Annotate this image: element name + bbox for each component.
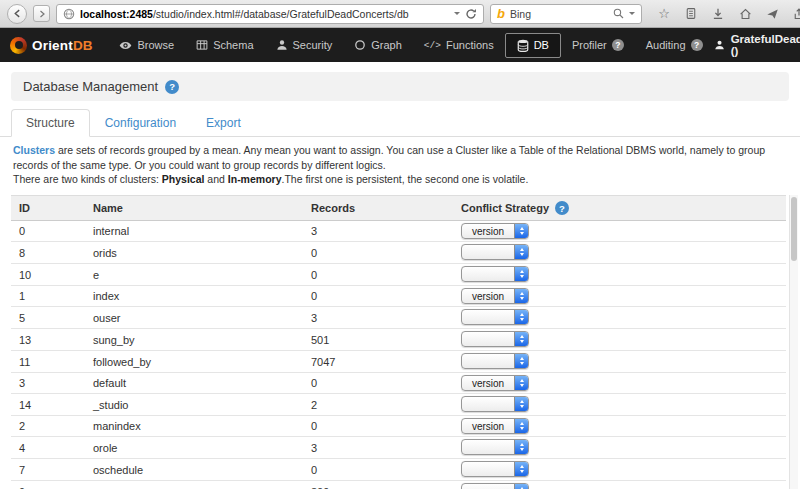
cluster-name: manindex [85,416,303,437]
reload-icon[interactable] [465,8,477,20]
kinds-suffix: .The first one is persistent, the second… [281,173,528,185]
orientdb-brand[interactable]: OrientDB [10,36,92,54]
cluster-row: 8orids0 [11,242,786,264]
nav-label: Functions [446,39,494,51]
nav-security[interactable]: Security [265,33,344,57]
conflict-strategy-select[interactable] [461,309,529,325]
url-domain: localhost:2485 [80,8,153,20]
conflict-strategy-value [462,267,514,281]
cluster-row: 4orole3 [11,437,786,459]
cluster-name: oschedule [85,459,303,481]
conflict-strategy-select[interactable] [461,396,529,412]
cluster-name: ouser [85,307,303,329]
select-stepper-icon [514,440,528,454]
header-conflict-strategy: Conflict Strategy? [453,196,786,221]
conflict-strategy-select[interactable] [461,244,529,260]
conflict-strategy-select[interactable]: version [461,223,529,239]
cluster-id: 3 [11,373,85,394]
cluster-name: sung_by [85,329,303,351]
nav-graph[interactable]: Graph [343,33,413,57]
cluster-row: 7oschedule0 [11,459,786,481]
share-icon[interactable] [791,6,800,22]
user-menu[interactable]: GratefulDeadConcerts () [714,33,800,57]
nav-db[interactable]: DB [505,33,561,58]
nav-auditing[interactable]: Auditing ? [635,33,714,57]
home-icon[interactable] [737,6,753,22]
kind-inmemory: In-memory [228,173,282,185]
conflict-strategy-select[interactable] [461,483,529,489]
tab-export[interactable]: Export [191,109,256,137]
clusters-paragraph: Clusters are sets of records grouped by … [13,143,787,172]
clusters-link[interactable]: Clusters [13,144,55,156]
forward-button[interactable] [33,5,50,22]
url-path: /studio/index.html#/database/GratefulDea… [153,8,409,20]
site-identity-icon[interactable] [63,8,75,20]
cluster-records: 3 [303,307,453,329]
cluster-strategy-cell [453,437,786,459]
help-icon[interactable]: ? [612,39,624,51]
search-engine-dropdown-icon[interactable] [629,12,635,15]
conflict-strategy-select[interactable] [461,439,529,455]
nav-label: DB [534,39,549,51]
urlbar-dropdown-icon[interactable] [454,12,460,15]
conflict-strategy-help-icon[interactable]: ? [555,201,569,215]
cluster-row: 3default0version [11,373,786,394]
tab-configuration[interactable]: Configuration [90,109,191,137]
cluster-name: followed_by [85,351,303,373]
kinds-prefix: There are two kinds of clusters: [13,173,162,185]
page-help-icon[interactable]: ? [165,80,179,94]
downloads-icon[interactable] [710,6,726,22]
clusters-table-body: 0internal3version8orids010e01index0versi… [11,221,786,489]
url-bar[interactable]: localhost:2485/studio/index.html#/databa… [56,4,484,24]
bookmark-star-icon[interactable]: ☆ [656,6,672,22]
cluster-row: 14_studio2 [11,394,786,416]
cluster-strategy-cell [453,264,786,286]
help-icon[interactable]: ? [691,39,703,51]
nav-label: Graph [371,39,402,51]
nav-functions[interactable]: </> Functions [413,33,505,57]
cluster-row: 13sung_by501 [11,329,786,351]
select-stepper-icon [514,332,528,346]
nav-label: Schema [213,39,253,51]
cluster-row: 1index0version [11,286,786,307]
cluster-row: 0internal3version [11,221,786,242]
tab-structure[interactable]: Structure [11,109,90,137]
select-stepper-icon [514,419,528,433]
reading-list-icon[interactable] [683,6,699,22]
brand-orient: Orient [32,38,73,53]
table-icon [196,39,208,51]
scrollbar[interactable] [789,195,798,489]
conflict-strategy-select[interactable]: version [461,288,529,304]
cluster-id: 10 [11,264,85,286]
search-bar[interactable]: b Bing [490,4,642,24]
back-button[interactable] [7,4,27,24]
conflict-strategy-select[interactable] [461,266,529,282]
search-engine-label: Bing [510,8,531,20]
scrollbar-thumb[interactable] [791,197,797,261]
conflict-strategy-value: version [462,289,514,303]
search-icon[interactable] [613,8,624,19]
orientdb-logo-icon [10,37,27,54]
cluster-name: internal [85,221,303,242]
cluster-id: 7 [11,459,85,481]
conflict-strategy-select[interactable]: version [461,418,529,434]
cluster-strategy-cell: version [453,286,786,307]
kind-physical: Physical [162,173,205,185]
conflict-strategy-select[interactable] [461,461,529,477]
conflict-strategy-select[interactable] [461,353,529,369]
conflict-strategy-select[interactable]: version [461,375,529,391]
cluster-name: default [85,373,303,394]
cluster-kinds-paragraph: There are two kinds of clusters: Physica… [13,172,787,187]
circle-icon [354,39,366,51]
forward-arrow-icon [38,10,46,18]
conflict-strategy-value: version [462,419,514,433]
nav-schema[interactable]: Schema [185,33,264,57]
nav-label: Auditing [646,39,686,51]
user-label: GratefulDeadConcerts () [731,33,800,57]
nav-profiler[interactable]: Profiler ? [561,33,635,57]
send-tab-icon[interactable] [764,6,780,22]
conflict-strategy-value [462,440,514,454]
conflict-strategy-select[interactable] [461,331,529,347]
nav-browse[interactable]: Browse [108,33,185,58]
cluster-id: 5 [11,307,85,329]
